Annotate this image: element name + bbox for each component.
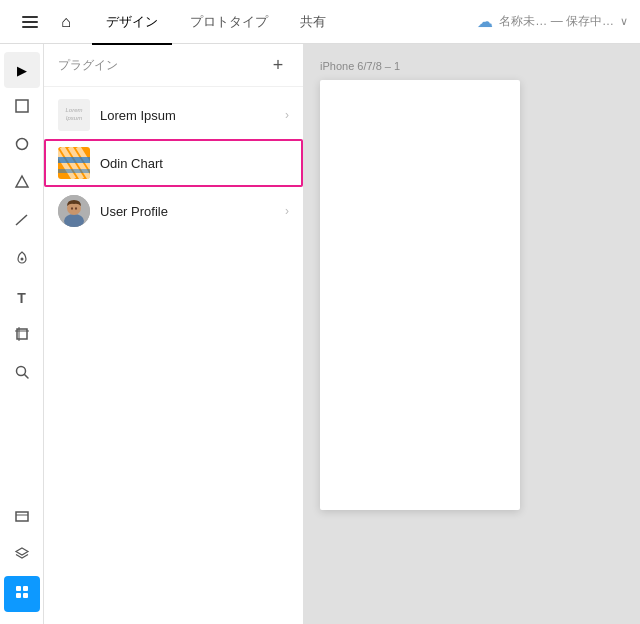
tab-design[interactable]: デザイン [92,7,172,37]
svg-point-4 [20,258,23,261]
layers-button[interactable] [4,538,40,574]
svg-rect-12 [16,586,21,591]
frame-tool-button[interactable] [4,90,40,126]
svg-line-3 [16,215,27,225]
home-button[interactable]: ⌂ [48,4,84,40]
search-tool-button[interactable] [4,356,40,392]
plugin-header-label: プラグイン [58,57,118,74]
svg-point-27 [75,207,77,209]
left-toolbar: ▶ [0,44,44,624]
plugin-item-user-profile[interactable]: User Profile › [44,187,303,235]
toolbar-bottom [4,500,40,616]
document-title: 名称未… — 保存中… [499,13,614,30]
frame-bottom-button[interactable] [4,500,40,536]
hamburger-menu-button[interactable] [12,4,48,40]
crop-tool-button[interactable] [4,318,40,354]
svg-rect-15 [23,593,28,598]
svg-line-9 [24,375,28,379]
user-profile-arrow: › [285,204,289,218]
line-icon [14,212,30,232]
layers-icon [14,546,30,566]
lorem-ipsum-label: Lorem Ipsum [100,108,275,123]
cloud-icon: ☁ [477,12,493,31]
svg-rect-21 [58,157,90,163]
plugins-icon [14,584,30,604]
canvas-frame [320,80,520,510]
crop-icon [14,326,30,346]
ellipse-tool-button[interactable] [4,128,40,164]
plugin-item-odin-chart[interactable]: Odin Chart [44,139,303,187]
plugins-button[interactable] [4,576,40,612]
svg-marker-2 [16,176,28,187]
lorem-ipsum-arrow: › [285,108,289,122]
frame-bottom-icon [14,508,30,528]
svg-rect-10 [16,512,28,521]
text-icon: T [17,290,26,306]
menu-tabs: デザイン プロトタイプ 共有 [92,7,340,37]
canvas-frame-label: iPhone 6/7/8 – 1 [320,60,624,72]
frame-icon [14,98,30,118]
search-icon [14,364,30,384]
move-tool-button[interactable]: ▶ [4,52,40,88]
svg-rect-14 [16,593,21,598]
text-tool-button[interactable]: T [4,280,40,316]
title-dropdown-arrow[interactable]: ∨ [620,15,628,28]
user-profile-label: User Profile [100,204,275,219]
main-area: ▶ [0,44,640,624]
menu-bar: ⌂ デザイン プロトタイプ 共有 ☁ 名称未… — 保存中… ∨ [0,0,640,44]
svg-point-26 [71,207,73,209]
odin-chart-thumbnail [58,147,90,179]
odin-chart-label: Odin Chart [100,156,289,171]
user-profile-avatar [58,195,90,227]
move-icon: ▶ [17,63,27,78]
home-icon: ⌂ [61,13,71,31]
plugin-item-lorem-ipsum[interactable]: LoremIpsum Lorem Ipsum › [44,91,303,139]
line-tool-button[interactable] [4,204,40,240]
ellipse-icon [14,136,30,156]
plugin-panel: プラグイン + LoremIpsum Lorem Ipsum › [44,44,304,624]
hamburger-icon [22,16,38,28]
plugin-add-button[interactable]: + [267,54,289,76]
svg-rect-13 [23,586,28,591]
plugin-panel-header: プラグイン + [44,44,303,87]
lorem-ipsum-thumbnail: LoremIpsum [58,99,90,131]
pen-icon [14,250,30,270]
svg-rect-0 [16,100,28,112]
svg-rect-22 [58,169,90,173]
menu-right: ☁ 名称未… — 保存中… ∨ [477,12,628,31]
svg-point-1 [16,139,27,150]
polygon-tool-button[interactable] [4,166,40,202]
plugin-list: LoremIpsum Lorem Ipsum › [44,87,303,239]
canvas-area: iPhone 6/7/8 – 1 [304,44,640,624]
tab-prototype[interactable]: プロトタイプ [176,7,282,37]
tab-share[interactable]: 共有 [286,7,340,37]
pen-tool-button[interactable] [4,242,40,278]
polygon-icon [14,174,30,194]
